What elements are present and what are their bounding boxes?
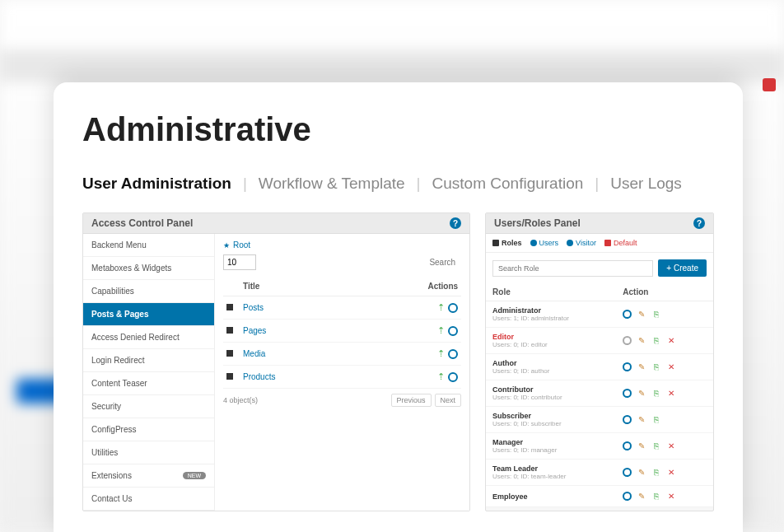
page-size-select[interactable]: [223, 254, 256, 270]
sidebar-item-content-teaser[interactable]: Content Teaser: [83, 372, 214, 395]
role-tab-default[interactable]: Default: [604, 239, 637, 247]
table-row: Pages⇡: [223, 320, 461, 343]
clone-role-icon[interactable]: ⎘: [651, 491, 661, 502]
row-title-link[interactable]: Pages: [243, 326, 266, 335]
pin-icon[interactable]: ⇡: [437, 371, 445, 382]
role-tab-visitor[interactable]: Visitor: [567, 239, 596, 247]
manage-role-icon[interactable]: [623, 492, 632, 501]
manage-role-icon[interactable]: [623, 362, 632, 371]
create-role-button[interactable]: + Create: [658, 259, 707, 277]
role-tab-roles[interactable]: Roles: [492, 239, 522, 247]
help-icon[interactable]: ?: [693, 217, 705, 229]
help-icon[interactable]: ?: [450, 217, 461, 229]
users-roles-header: Users/Roles Panel ?: [486, 213, 713, 234]
sidebar-label: Metaboxes & Widgets: [91, 264, 171, 273]
clone-role-icon[interactable]: ⎘: [651, 467, 661, 478]
role-tab-label: Users: [539, 239, 559, 247]
sidebar-item-security[interactable]: Security: [83, 395, 214, 418]
settings-icon[interactable]: [448, 372, 458, 382]
role-actions: ✎⎘✕: [623, 467, 707, 478]
delete-role-icon[interactable]: ✕: [665, 335, 676, 346]
col-role: Role: [486, 283, 616, 301]
clone-role-icon[interactable]: ⎘: [651, 335, 661, 346]
clone-role-icon[interactable]: ⎘: [651, 414, 661, 425]
breadcrumb-root[interactable]: Root: [223, 240, 461, 250]
sidebar-item-configpress[interactable]: ConfigPress: [83, 418, 214, 441]
users-roles-panel: Users/Roles Panel ? Roles Users Visitor …: [485, 212, 714, 511]
row-bullet-icon: [226, 327, 233, 334]
sidebar-item-backend-menu[interactable]: Backend Menu: [83, 234, 214, 257]
sidebar-item-capabilities[interactable]: Capabilities: [83, 280, 214, 303]
sidebar-item-utilities[interactable]: Utilities: [83, 441, 214, 464]
manage-role-icon[interactable]: [623, 468, 632, 477]
tab-workflow-template[interactable]: Workflow & Template: [259, 175, 405, 193]
row-title-link[interactable]: Products: [243, 372, 275, 381]
role-actions: ✎⎘✕: [623, 335, 707, 346]
delete-role-icon[interactable]: ✕: [665, 467, 676, 478]
background-red-dot: [763, 78, 776, 91]
tab-separator: |: [417, 175, 421, 193]
sidebar-item-contact-us[interactable]: Contact Us: [83, 488, 214, 511]
role-tab-users[interactable]: Users: [530, 239, 559, 247]
role-name[interactable]: Manager: [492, 438, 609, 446]
edit-role-icon[interactable]: ✎: [636, 309, 646, 320]
settings-icon[interactable]: [448, 303, 458, 313]
role-name[interactable]: Author: [492, 359, 609, 367]
role-search-input[interactable]: [492, 260, 653, 277]
access-control-title: Access Control Panel: [91, 217, 193, 229]
row-title-link[interactable]: Media: [243, 349, 265, 358]
manage-role-icon[interactable]: [623, 310, 632, 319]
role-name[interactable]: Subscriber: [492, 412, 609, 420]
edit-role-icon[interactable]: ✎: [636, 467, 646, 478]
clone-role-icon[interactable]: ⎘: [651, 441, 661, 451]
delete-role-icon[interactable]: ✕: [665, 441, 676, 451]
sidebar-item-metaboxes[interactable]: Metaboxes & Widgets: [83, 257, 214, 280]
role-actions: ✎⎘✕: [623, 491, 707, 502]
edit-role-icon[interactable]: ✎: [636, 335, 646, 346]
settings-icon[interactable]: [448, 349, 458, 359]
role-row: AuthorUsers: 0; ID: author✎⎘✕: [486, 354, 713, 380]
pin-icon[interactable]: ⇡: [437, 348, 445, 359]
sidebar-label: Contact Us: [91, 494, 132, 503]
clone-role-icon[interactable]: ⎘: [651, 362, 661, 372]
main-tabs: User Administration | Workflow & Templat…: [82, 175, 714, 193]
edit-role-icon[interactable]: ✎: [636, 362, 646, 372]
tab-user-logs[interactable]: User Logs: [610, 175, 682, 193]
settings-icon[interactable]: [448, 326, 458, 336]
tab-custom-configuration[interactable]: Custom Configuration: [432, 175, 584, 193]
search-input[interactable]: [395, 254, 461, 270]
manage-role-icon[interactable]: [623, 389, 632, 398]
sidebar-item-posts-pages[interactable]: Posts & Pages: [83, 303, 214, 326]
row-title-link[interactable]: Posts: [243, 303, 264, 312]
delete-role-icon[interactable]: ✕: [665, 388, 676, 399]
clone-role-icon[interactable]: ⎘: [651, 388, 661, 399]
delete-role-icon[interactable]: ✕: [665, 491, 676, 502]
role-name[interactable]: Editor: [492, 333, 609, 341]
sidebar-item-login-redirect[interactable]: Login Redirect: [83, 349, 214, 372]
sidebar-item-extensions[interactable]: Extensions NEW: [83, 464, 214, 488]
manage-role-icon[interactable]: [623, 415, 632, 424]
pager-prev[interactable]: Previous: [391, 394, 432, 407]
role-name[interactable]: Contributor: [492, 385, 609, 394]
role-name[interactable]: Team Leader: [492, 464, 609, 473]
manage-role-icon[interactable]: [623, 336, 632, 345]
edit-role-icon[interactable]: ✎: [636, 441, 646, 451]
pin-icon[interactable]: ⇡: [437, 302, 445, 313]
pin-icon[interactable]: ⇡: [437, 325, 445, 336]
role-name[interactable]: Administrator: [492, 306, 609, 315]
sidebar-label: Backend Menu: [91, 240, 147, 250]
sidebar-item-access-denied-redirect[interactable]: Access Denied Redirect: [83, 326, 214, 349]
edit-role-icon[interactable]: ✎: [636, 388, 646, 399]
role-row: SubscriberUsers: 0; ID: subscriber✎⎘: [486, 407, 713, 433]
edit-role-icon[interactable]: ✎: [636, 414, 646, 425]
delete-role-icon[interactable]: ✕: [665, 362, 676, 372]
edit-role-icon[interactable]: ✎: [636, 491, 646, 502]
role-row: Team LeaderUsers: 0; ID: team-leader✎⎘✕: [486, 460, 713, 486]
tab-user-administration[interactable]: User Administration: [82, 175, 231, 193]
manage-role-icon[interactable]: [623, 441, 632, 450]
row-bullet-icon: [226, 304, 233, 310]
pager-next[interactable]: Next: [435, 394, 462, 407]
role-name[interactable]: Employee: [492, 492, 609, 501]
sidebar-label: Utilities: [91, 448, 118, 457]
clone-role-icon[interactable]: ⎘: [651, 309, 661, 320]
